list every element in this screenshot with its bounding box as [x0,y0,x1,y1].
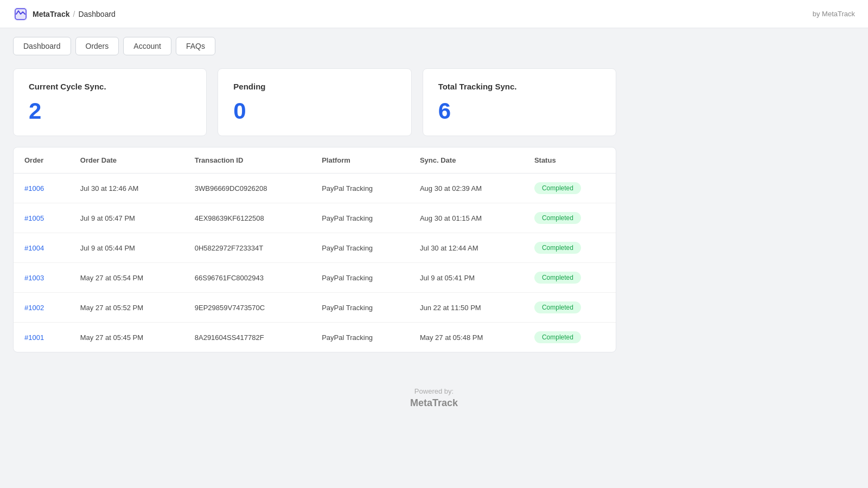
cell-sync-date: May 27 at 05:48 PM [409,323,524,352]
table-row: #1001May 27 at 05:45 PM8A291604SS417782F… [14,323,616,352]
stat-label-pending: Pending [233,82,395,91]
header-by: by MetaTrack [813,10,855,18]
cell-order-date: Jul 9 at 05:44 PM [69,233,184,263]
cell-sync-date: Jul 9 at 05:41 PM [409,263,524,293]
cell-order-date: May 27 at 05:45 PM [69,323,184,352]
nav-account[interactable]: Account [123,37,171,55]
stat-value-current-cycle: 2 [29,100,191,123]
cell-status: Completed [524,233,616,263]
table-header-row: Order Order Date Transaction ID Platform… [14,147,616,174]
cell-order-date: Jul 30 at 12:46 AM [69,174,184,203]
cell-order-date: May 27 at 05:54 PM [69,263,184,293]
cell-order: #1004 [14,233,69,263]
footer-brand: MetaTrack [0,397,868,409]
nav: Dashboard Orders Account FAQs [0,28,868,55]
cell-platform: PayPal Tracking [311,323,409,352]
status-badge: Completed [534,331,581,343]
stat-value-pending: 0 [233,100,395,123]
breadcrumb-page: Dashboard [78,10,116,18]
nav-dashboard[interactable]: Dashboard [13,37,71,55]
nav-faqs[interactable]: FAQs [176,37,215,55]
cell-platform: PayPal Tracking [311,293,409,323]
cell-platform: PayPal Tracking [311,174,409,203]
cell-transaction-id: 9EP29859V7473570C [184,293,311,323]
main-content: Current Cycle Sync. 2 Pending 0 Total Tr… [0,55,629,365]
header: MetaTrack / Dashboard by MetaTrack [0,0,868,28]
col-status: Status [524,147,616,174]
col-order-date: Order Date [69,147,184,174]
cell-platform: PayPal Tracking [311,233,409,263]
cell-order: #1001 [14,323,69,352]
cell-transaction-id: 8A291604SS417782F [184,323,311,352]
cell-order: #1002 [14,293,69,323]
cell-transaction-id: 66S96761FC8002943 [184,263,311,293]
cell-transaction-id: 3WB96669DC0926208 [184,174,311,203]
cell-order: #1006 [14,174,69,203]
table-row: #1002May 27 at 05:52 PM9EP29859V7473570C… [14,293,616,323]
table-row: #1006Jul 30 at 12:46 AM3WB96669DC0926208… [14,174,616,203]
order-link[interactable]: #1003 [24,274,44,282]
status-badge: Completed [534,212,581,224]
table-row: #1005Jul 9 at 05:47 PM4EX98639KF6122508P… [14,203,616,233]
cell-transaction-id: 0H5822972F723334T [184,233,311,263]
header-left: MetaTrack / Dashboard [13,7,116,22]
col-transaction-id: Transaction ID [184,147,311,174]
footer: Powered by: MetaTrack [0,365,868,420]
cell-status: Completed [524,174,616,203]
status-badge: Completed [534,301,581,313]
cell-status: Completed [524,203,616,233]
stat-label-total-tracking: Total Tracking Sync. [438,82,601,91]
cell-sync-date: Aug 30 at 01:15 AM [409,203,524,233]
stat-label-current-cycle: Current Cycle Sync. [29,82,191,91]
nav-orders[interactable]: Orders [75,37,119,55]
col-sync-date: Sync. Date [409,147,524,174]
order-link[interactable]: #1001 [24,333,44,342]
stat-card-pending: Pending 0 [218,68,411,136]
table-row: #1004Jul 9 at 05:44 PM0H5822972F723334TP… [14,233,616,263]
breadcrumb-sep: / [73,10,75,18]
cell-transaction-id: 4EX98639KF6122508 [184,203,311,233]
status-badge: Completed [534,242,581,254]
order-link[interactable]: #1002 [24,304,44,312]
cell-sync-date: Jun 22 at 11:50 PM [409,293,524,323]
stat-card-total-tracking: Total Tracking Sync. 6 [423,68,616,136]
cell-platform: PayPal Tracking [311,203,409,233]
cell-order: #1003 [14,263,69,293]
cell-status: Completed [524,293,616,323]
stat-value-total-tracking: 6 [438,100,601,123]
footer-powered-by: Powered by: [0,387,868,395]
status-badge: Completed [534,272,581,284]
orders-table-card: Order Order Date Transaction ID Platform… [13,147,616,352]
order-link[interactable]: #1006 [24,184,44,192]
table-row: #1003May 27 at 05:54 PM66S96761FC8002943… [14,263,616,293]
order-link[interactable]: #1005 [24,214,44,222]
breadcrumb-app: MetaTrack [33,10,69,18]
status-badge: Completed [534,182,581,194]
breadcrumb: MetaTrack / Dashboard [33,10,116,18]
stat-card-current-cycle: Current Cycle Sync. 2 [13,68,207,136]
col-platform: Platform [311,147,409,174]
cell-order-date: May 27 at 05:52 PM [69,293,184,323]
cell-sync-date: Aug 30 at 02:39 AM [409,174,524,203]
stats-row: Current Cycle Sync. 2 Pending 0 Total Tr… [13,68,616,136]
cell-sync-date: Jul 30 at 12:44 AM [409,233,524,263]
cell-order-date: Jul 9 at 05:47 PM [69,203,184,233]
cell-status: Completed [524,323,616,352]
cell-status: Completed [524,263,616,293]
col-order: Order [14,147,69,174]
cell-order: #1005 [14,203,69,233]
logo-icon [13,7,28,22]
orders-table: Order Order Date Transaction ID Platform… [14,147,616,352]
order-link[interactable]: #1004 [24,244,44,252]
cell-platform: PayPal Tracking [311,263,409,293]
